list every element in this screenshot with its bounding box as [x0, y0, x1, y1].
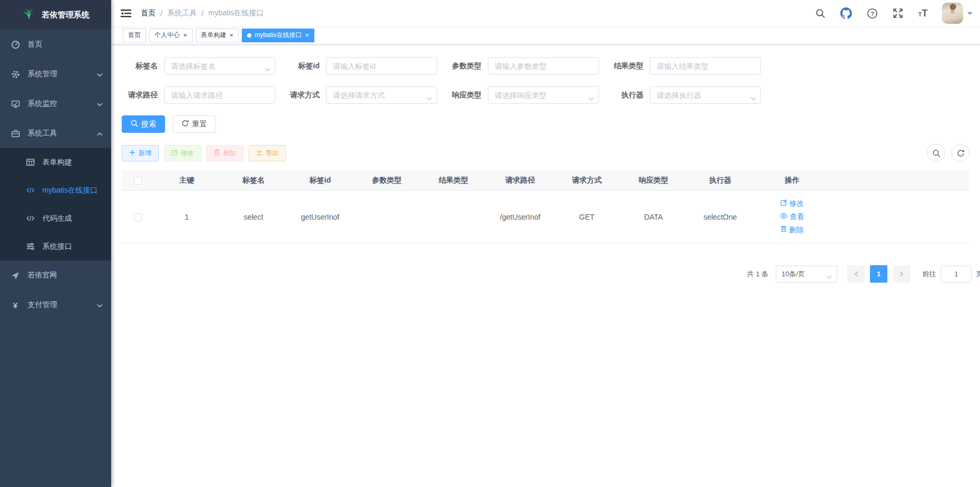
tab-home[interactable]: 首页 [123, 29, 146, 42]
edit-button[interactable]: 修改 [164, 145, 201, 161]
sidebar-item-system-tools[interactable]: 系统工具 [0, 119, 111, 148]
sidebar-item-code-gen[interactable]: 代码生成 [0, 204, 111, 232]
sidebar-item-ruoyi-website[interactable]: 若依官网 [0, 260, 111, 290]
filter-row-1: 标签名 标签id 参数类型 结果类型 [122, 57, 969, 75]
font-size-icon[interactable]: TT [918, 8, 928, 19]
sidebar-item-system-monitor[interactable]: 系统监控 [0, 89, 111, 119]
sidebar-item-form-builder[interactable]: 表单构建 [0, 148, 111, 176]
table-row: 1 select getUserInof /getUserInof GET DA… [122, 191, 969, 244]
pagination: 共 1 条 10条/页 1 前往 页 [122, 265, 980, 283]
filter-row-2: 请求路径 请求方式 响应类型 [122, 86, 969, 104]
executor-select[interactable] [650, 86, 761, 104]
search-button[interactable]: 搜索 [122, 115, 165, 133]
edit-icon [781, 197, 787, 210]
sidebar-item-system-mgmt[interactable]: 系统管理 [0, 59, 111, 89]
chevron-down-icon [97, 100, 103, 108]
row-edit-link[interactable]: 修改 [754, 197, 831, 210]
table-toolbar: 新增 修改 删除 导出 [122, 144, 969, 162]
breadcrumb-current: mybatis在线接口 [208, 8, 264, 18]
result-type-input[interactable] [650, 57, 761, 75]
sidebar-item-label: 支付管理 [28, 300, 97, 310]
prev-page-button[interactable] [847, 265, 865, 283]
chevron-down-icon [97, 301, 103, 309]
filter-tag-name: 标签名 [122, 57, 275, 75]
tag-name-select[interactable] [164, 57, 275, 75]
request-method-select[interactable] [326, 86, 437, 104]
sidebar-item-label: mybatis在线接口 [42, 186, 103, 195]
app-logo[interactable]: 若依管理系统 [0, 0, 111, 30]
export-button[interactable]: 导出 [249, 145, 286, 161]
monitor-icon [11, 99, 20, 109]
table-tools [927, 144, 969, 162]
sidebar-item-system-api[interactable]: 系统接口 [0, 232, 111, 260]
request-path-input[interactable] [164, 86, 275, 104]
sidebar-item-label: 系统工具 [28, 129, 97, 138]
help-icon[interactable]: ? [866, 7, 878, 19]
sidebar-item-label: 首页 [28, 40, 103, 49]
pagination-total: 共 1 条 [747, 269, 768, 279]
github-icon[interactable] [840, 7, 852, 19]
sidebar-fold-icon[interactable] [120, 7, 132, 20]
param-type-input[interactable] [488, 57, 599, 75]
avatar[interactable] [942, 3, 963, 24]
yen-icon: ¥ [11, 300, 20, 310]
code-icon [25, 214, 35, 223]
cell-result-type [420, 191, 487, 244]
add-button[interactable]: 新增 [122, 145, 159, 161]
filter-tag-id: 标签id [284, 57, 437, 75]
tab-profile[interactable]: 个人中心 × [149, 29, 193, 42]
close-icon[interactable]: × [305, 32, 310, 39]
chevron-up-icon [97, 129, 103, 138]
table-header-row: 主键 标签名 标签id 参数类型 结果类型 请求路径 请求方式 响应类型 执行器… [122, 171, 969, 191]
search-icon [131, 120, 138, 129]
paper-plane-icon [11, 270, 20, 280]
select-all-checkbox[interactable] [134, 177, 142, 185]
data-table: 主键 标签名 标签id 参数类型 结果类型 请求路径 请求方式 响应类型 执行器… [122, 171, 969, 244]
col-header: 标签名 [220, 171, 287, 191]
page-size-select[interactable]: 10条/页 [776, 266, 837, 283]
code-icon [25, 186, 35, 195]
cell-operations: 修改 查看 删除 [754, 191, 831, 244]
row-view-link[interactable]: 查看 [754, 210, 831, 223]
close-icon[interactable]: × [183, 32, 187, 39]
sidebar-item-label: 系统接口 [42, 242, 103, 251]
breadcrumb: 首页 / 系统工具 / mybatis在线接口 [141, 8, 264, 18]
delete-button[interactable]: 删除 [206, 145, 243, 161]
next-page-button[interactable] [893, 265, 910, 283]
col-header: 主键 [153, 171, 220, 191]
breadcrumb-home[interactable]: 首页 [141, 8, 156, 18]
response-type-select[interactable] [488, 86, 599, 104]
close-icon[interactable]: × [230, 32, 234, 39]
tab-mybatis-api[interactable]: mybatis在线接口 × [242, 29, 314, 42]
cell-tag-id: getUserInof [287, 191, 353, 244]
col-header: 结果类型 [420, 171, 487, 191]
filter-param-type: 参数类型 [446, 57, 599, 75]
tags-view-bar: 首页 个人中心 × 表单构建 × mybatis在线接口 × [111, 26, 980, 44]
col-header: 参数类型 [353, 171, 420, 191]
toolbox-icon [11, 129, 20, 138]
user-menu[interactable] [942, 3, 973, 24]
goto-page-input[interactable] [941, 266, 972, 283]
tag-id-input[interactable] [326, 57, 437, 75]
goto-page: 前往 页 [922, 266, 980, 283]
row-delete-link[interactable]: 删除 [754, 223, 831, 237]
header-search-icon[interactable] [814, 7, 826, 19]
sidebar-item-payment-mgmt[interactable]: ¥ 支付管理 [0, 290, 111, 320]
refresh-table-button[interactable] [951, 144, 969, 162]
sidebar-item-label: 表单构建 [42, 158, 103, 167]
fullscreen-icon[interactable] [892, 7, 904, 19]
plus-icon [129, 149, 135, 157]
breadcrumb-separator: / [202, 9, 204, 17]
sidebar-item-home[interactable]: 首页 [0, 30, 111, 59]
reset-button[interactable]: 重置 [173, 115, 216, 133]
show-search-toggle-button[interactable] [927, 144, 945, 162]
dashboard-icon [11, 40, 20, 49]
tab-form-builder[interactable]: 表单构建 × [196, 29, 239, 42]
page-number-1[interactable]: 1 [870, 265, 887, 283]
caret-down-icon [967, 12, 973, 17]
col-header: 请求方式 [553, 171, 620, 191]
refresh-icon [182, 120, 189, 129]
col-header: 响应类型 [620, 171, 687, 191]
row-checkbox[interactable] [134, 213, 142, 221]
sidebar-item-mybatis-api[interactable]: mybatis在线接口 [0, 176, 111, 204]
